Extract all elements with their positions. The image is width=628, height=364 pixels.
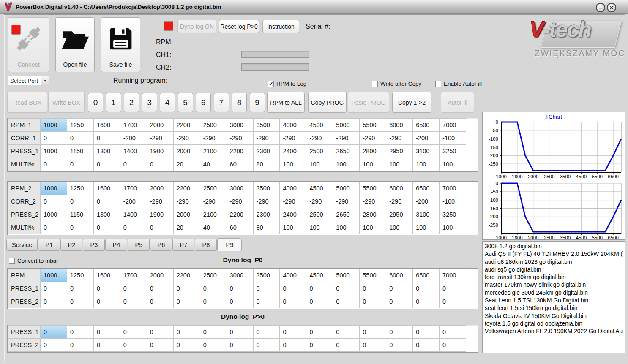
cell[interactable]: 40 [200,221,227,234]
write-after-copy-checkbox[interactable]: Write after Copy [372,81,421,87]
cell[interactable]: 1000 [41,145,67,158]
cell[interactable]: 0 [386,339,413,352]
file-item[interactable]: Skoda Octavia IV 150KM Go Digital.bin [485,312,625,320]
cell[interactable]: 100 [440,221,466,234]
cell[interactable]: 0 [360,295,386,308]
tab-p5[interactable]: P5 [128,239,150,251]
tab-p4[interactable]: P4 [105,239,127,251]
save-file-button[interactable]: Save file [101,17,140,72]
cell[interactable]: 0 [147,339,173,352]
cell[interactable]: 4500 [306,182,333,195]
cell[interactable]: 0 [67,158,93,171]
cell[interactable]: 1900 [147,208,173,221]
cell[interactable]: 0 [120,158,147,171]
cell[interactable]: 1700 [120,269,147,282]
cell[interactable]: 2000 [173,208,200,221]
select-port-combo[interactable]: Select Port ▼ [8,76,49,85]
cell[interactable]: 0 [413,282,440,295]
cell[interactable]: 0 [333,282,360,295]
cell[interactable]: 4000 [280,182,306,195]
tab-p6[interactable]: P6 [150,239,172,251]
cell[interactable]: 3250 [440,145,466,158]
cell[interactable]: 0 [200,326,227,339]
cell[interactable]: 0 [67,221,93,234]
cell[interactable]: 100 [440,158,466,171]
checkbox-box[interactable] [435,81,441,87]
cell[interactable]: 0 [120,221,147,234]
cell[interactable]: 100 [360,158,386,171]
tab-p1[interactable]: P1 [38,239,60,251]
cell[interactable]: 80 [253,158,280,171]
cell[interactable]: 0 [41,132,67,145]
cell[interactable]: 3500 [253,182,280,195]
cell[interactable]: 1000 [41,119,67,132]
cell[interactable]: 100 [386,158,413,171]
cell[interactable]: 2000 [147,182,173,195]
program-button-5[interactable]: 5 [178,93,193,112]
cell[interactable]: -200 [413,132,440,145]
cell[interactable]: 0 [440,295,466,308]
cell[interactable]: 100 [360,221,386,234]
cell[interactable]: 0 [280,282,306,295]
cell[interactable]: 5000 [333,269,360,282]
cell[interactable]: 1600 [93,119,120,132]
program-button-4[interactable]: 4 [160,93,175,112]
cell[interactable]: 0 [173,282,200,295]
cell[interactable]: 0 [253,326,280,339]
cell[interactable]: 2950 [386,145,413,158]
cell[interactable]: 20 [173,158,200,171]
cell[interactable]: 0 [306,282,333,295]
tab-p9[interactable]: P9 [217,238,242,251]
cell[interactable]: -290 [147,195,173,208]
cell[interactable]: 1000 [41,269,67,282]
cell[interactable]: 0 [93,132,120,145]
cell[interactable]: 0 [67,339,93,352]
cell[interactable]: 0 [41,158,67,171]
cell[interactable]: -200 [120,195,147,208]
cell[interactable]: 1400 [120,145,147,158]
cell[interactable]: 0 [93,295,120,308]
file-item[interactable]: mercedes gle 300d 245km go digital.bin [485,289,625,297]
cell[interactable]: -200 [120,132,147,145]
cell[interactable]: 4500 [306,119,333,132]
cell[interactable]: 2200 [173,182,200,195]
cell[interactable]: -290 [333,195,360,208]
cell[interactable]: 2300 [253,208,280,221]
title-bar[interactable]: PowerBox Digital v1.40 - C:\Users\Produk… [0,0,628,14]
cell[interactable]: 2100 [200,145,227,158]
cell[interactable]: 6500 [413,182,440,195]
cell[interactable]: -290 [306,132,333,145]
cell[interactable]: 100 [306,221,333,234]
cell[interactable]: 2500 [200,119,227,132]
cell[interactable]: 0 [147,158,173,171]
cell[interactable]: 100 [413,221,440,234]
tab-p8[interactable]: P8 [195,239,217,251]
tab-p7[interactable]: P7 [172,239,194,251]
program-button-6[interactable]: 6 [196,93,211,112]
program-button-7[interactable]: 7 [214,93,229,112]
cell[interactable]: 0 [306,339,333,352]
cell[interactable]: 1250 [67,119,93,132]
cell[interactable]: 0 [67,282,93,295]
cell[interactable]: 60 [227,158,253,171]
cell[interactable]: 6000 [386,182,413,195]
cell[interactable]: 0 [67,132,93,145]
cell[interactable]: 5000 [333,182,360,195]
cell[interactable]: -200 [413,195,440,208]
cell[interactable]: 2500 [200,182,227,195]
file-item[interactable]: ford transit 130km go digital.bin [485,274,625,281]
cell[interactable]: 2200 [173,269,200,282]
cell[interactable]: 100 [280,221,306,234]
enable-autofill-checkbox[interactable]: Enable AutoFill [435,81,482,87]
cell[interactable]: 1250 [67,269,93,282]
cell[interactable]: 0 [200,339,227,352]
instruction-button[interactable]: Instruction [262,20,299,33]
cell[interactable]: 6500 [413,269,440,282]
cell[interactable]: 3250 [440,208,466,221]
cell[interactable]: 1300 [93,145,120,158]
cell[interactable]: 0 [440,339,466,352]
cell[interactable]: 0 [67,326,93,339]
cell[interactable]: 0 [386,282,413,295]
cell[interactable]: 2000 [173,145,200,158]
cell[interactable]: 0 [227,295,253,308]
